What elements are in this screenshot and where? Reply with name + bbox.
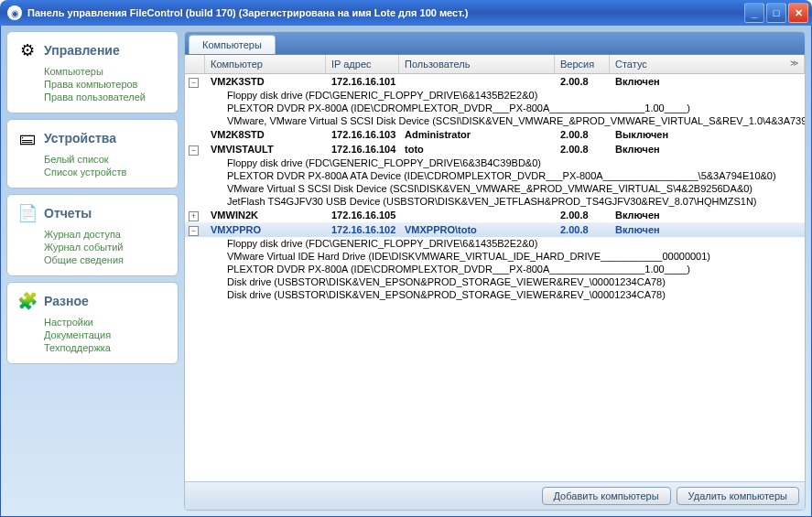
col-computer[interactable]: Компьютер [205,55,326,73]
maximize-button[interactable]: □ [766,3,786,23]
expand-icon[interactable]: + [189,211,199,221]
sidebar-item[interactable]: Техподдержка [16,341,168,354]
sidebar-panel: 🖴УстройстваБелый списокСписок устройств [6,119,179,188]
panel-title: Разное [44,294,89,308]
grid-header: Компьютер IP адрес Пользователь Версия С… [185,55,805,74]
expand-icon: ≫ [790,59,798,68]
sidebar-item[interactable]: Журнал событий [16,241,168,253]
window-title: Панель управления FileControl (build 170… [27,7,744,18]
cell-version: 2.00.8 [555,129,610,140]
device-row[interactable]: PLEXTOR DVDR PX-800A (IDE\CDROMPLEXTOR_D… [185,263,805,275]
report-icon: 📄 [16,202,38,224]
tab-computers[interactable]: Компьютеры [189,35,276,54]
cell-status: Выключен [610,129,805,140]
cell-computer: VMWIN2K [205,210,326,221]
add-computers-button[interactable]: Добавить компьютеры [542,487,671,505]
app-icon: ◉ [7,5,22,20]
cell-ip: 172.16.16.105 [326,210,399,221]
computer-row[interactable]: +VMWIN2K172.16.16.1052.00.8Включен [185,208,805,222]
cell-ip: 172.16.16.104 [326,144,399,155]
collapse-icon[interactable]: − [189,145,199,156]
col-ip[interactable]: IP адрес [326,55,399,73]
cell-ip: 172.16.16.102 [326,224,399,235]
collapse-icon[interactable]: − [189,226,199,236]
cell-status: Включен [610,76,805,87]
minimize-button[interactable]: _ [744,3,764,23]
col-user[interactable]: Пользователь [399,55,555,73]
main-panel: Компьютеры Компьютер IP адрес Пользовате… [184,31,806,511]
computer-row[interactable]: −VM2K3STD172.16.16.1012.00.8Включен [185,74,805,89]
col-tree [185,55,205,73]
device-row[interactable]: PLEXTOR DVDR PX-800A (IDE\CDROMPLEXTOR_D… [185,102,805,114]
sidebar-item[interactable]: Общие сведения [16,253,168,266]
sidebar-item[interactable]: Права компьютеров [16,78,168,91]
device-icon: 🖴 [16,127,38,149]
device-row[interactable]: VMware, VMware Virtual S SCSI Disk Devic… [185,114,805,127]
computer-row[interactable]: −VMXPPRO172.16.16.102VMXPPRO\toto2.00.8В… [185,222,805,237]
device-row[interactable]: Floppy disk drive (FDC\GENERIC_FLOPPY_DR… [185,237,805,250]
cell-version: 2.00.8 [555,76,610,87]
device-row[interactable]: PLEXTOR DVDR PX-800A ATA Device (IDE\CDR… [185,169,805,182]
device-row[interactable]: VMware Virtual IDE Hard Drive (IDE\DISKV… [185,250,805,263]
cell-computer: VMXPPRO [205,224,326,235]
sidebar-item[interactable]: Белый список [16,153,168,166]
cell-version: 2.00.8 [555,144,610,155]
sidebar-item[interactable]: Документация [16,329,168,341]
computer-row[interactable]: VM2K8STD172.16.16.103Administrator2.00.8… [185,127,805,142]
panel-title: Отчеты [44,206,92,221]
device-row[interactable]: Disk drive (USBSTOR\DISK&VEN_EPSON&PROD_… [185,288,805,301]
sidebar-item[interactable]: Права пользователей [16,91,168,103]
sidebar-item[interactable]: Компьютеры [16,65,168,78]
col-status[interactable]: Статус≫ [610,55,805,73]
panel-title: Устройства [44,131,116,145]
cell-status: Включен [610,210,805,221]
sidebar: ⚙УправлениеКомпьютерыПрава компьютеровПр… [6,31,179,511]
close-button[interactable]: ✕ [788,3,808,23]
panel-title: Управление [44,43,120,58]
device-row[interactable]: Disk drive (USBSTOR\DISK&VEN_EPSON&PROD_… [185,275,805,288]
sidebar-item[interactable]: Список устройств [16,166,168,178]
cell-user: toto [399,144,555,155]
titlebar[interactable]: ◉ Панель управления FileControl (build 1… [0,0,812,26]
gear-icon: ⚙ [16,39,38,61]
cell-computer: VM2K3STD [205,76,326,87]
computer-row[interactable]: −VMVISTAULT172.16.16.104toto2.00.8Включе… [185,142,805,156]
cell-version: 2.00.8 [555,210,610,221]
device-row[interactable]: VMware Virtual S SCSI Disk Device (SCSI\… [185,182,805,195]
sidebar-item[interactable]: Журнал доступа [16,228,168,241]
cell-user: VMXPPRO\toto [399,224,555,235]
remove-computers-button[interactable]: Удалить компьютеры [677,487,799,505]
cell-computer: VMVISTAULT [205,144,326,155]
collapse-icon[interactable]: − [189,78,199,88]
misc-icon: 🧩 [16,290,38,312]
cell-computer: VM2K8STD [205,129,326,140]
device-row[interactable]: Floppy disk drive (FDC\GENERIC_FLOPPY_DR… [185,156,805,169]
cell-status: Включен [610,144,805,155]
col-version[interactable]: Версия [555,55,610,73]
device-row[interactable]: JetFlash TS4GJFV30 USB Device (USBSTOR\D… [185,195,805,208]
cell-status: Включен [610,224,805,235]
sidebar-panel: ⚙УправлениеКомпьютерыПрава компьютеровПр… [6,31,179,113]
device-row[interactable]: Floppy disk drive (FDC\GENERIC_FLOPPY_DR… [185,89,805,102]
grid-body[interactable]: −VM2K3STD172.16.16.1012.00.8ВключенFlopp… [185,74,805,481]
cell-ip: 172.16.16.103 [326,129,399,140]
tab-bar: Компьютеры [185,32,805,55]
sidebar-panel: 🧩РазноеНастройкиДокументацияТехподдержка [6,282,179,364]
footer: Добавить компьютеры Удалить компьютеры [185,481,805,510]
cell-user: Administrator [399,129,555,140]
cell-version: 2.00.8 [555,224,610,235]
cell-ip: 172.16.16.101 [326,76,399,87]
sidebar-item[interactable]: Настройки [16,316,168,329]
sidebar-panel: 📄ОтчетыЖурнал доступаЖурнал событийОбщие… [6,194,179,276]
